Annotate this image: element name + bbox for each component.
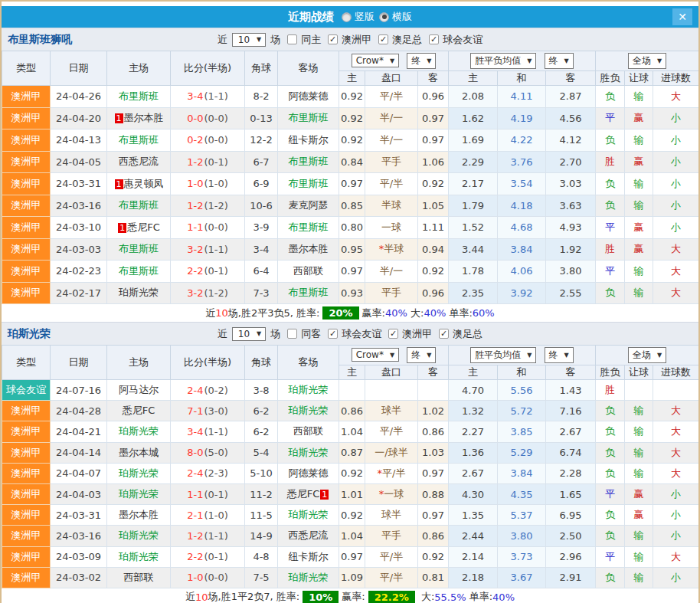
cell-handicap: 平/半 <box>365 567 418 588</box>
avg-dropdown[interactable]: 胜平负均值▼ <box>470 53 536 69</box>
halftime-score: (5-0) <box>204 447 227 458</box>
avg-group-header: 胜平负均值▼ 终▼ <box>449 346 596 365</box>
fulltime-score: 0-0 <box>187 113 203 124</box>
cell-odds-home: 0.97 <box>339 261 365 283</box>
checkbox-a-league[interactable] <box>328 34 338 44</box>
cell-handicap-result: 赢 <box>625 217 653 239</box>
cell-avg-away: 1.43 <box>546 380 596 401</box>
cell-avg-home: 2.44 <box>449 526 498 546</box>
cell-odds-home: 0.92 <box>339 129 365 152</box>
match-row: 澳洲甲24-04-13布里斯班0-2(0-0)12-2纽卡斯尔0.92半/一0.… <box>2 129 699 152</box>
cell-goals-result: 大 <box>653 463 699 483</box>
checkbox-a-league[interactable] <box>388 329 398 339</box>
avg-group-header: 胜平负均值▼ 终▼ <box>449 51 596 71</box>
odds-company-dropdown[interactable]: Crow*▼ <box>352 348 399 362</box>
checkbox-ffa-cup[interactable] <box>378 34 388 44</box>
cell-odds-away: 1.06 <box>418 151 449 173</box>
match-count-select[interactable]: 10 ▼ <box>232 327 266 341</box>
cell-home-team: 布里斯班 <box>107 261 171 283</box>
avg-dropdown[interactable]: 胜平负均值▼ <box>470 347 536 363</box>
checkbox-same-away[interactable] <box>287 329 297 339</box>
rank-badge: 1 <box>115 113 123 123</box>
cell-corners: 8-2 <box>245 86 278 108</box>
cell-odds-home: 0.92 <box>339 505 365 526</box>
summary-line-brisbane: 近10场,胜2平3负5, 胜率:20%赢率:40% 大:40% 单率:60% <box>2 304 698 322</box>
cell-result: 平 <box>596 107 625 129</box>
cell-home-team: 布里斯班 <box>107 195 171 217</box>
fulltime-score: 1-2 <box>187 200 203 211</box>
team-name: 悉尼FC <box>123 405 155 416</box>
col-header-handicap: 盘口 <box>365 71 418 86</box>
team-name: 珀斯光荣 <box>119 425 159 437</box>
close-icon[interactable]: ✕ <box>672 8 692 25</box>
cell-avg-home: 1.78 <box>449 261 498 283</box>
col-header-result: 胜负 <box>596 71 625 86</box>
odds-company-dropdown[interactable]: Crow*▼ <box>352 54 399 67</box>
cell-result: 胜 <box>596 380 625 401</box>
team-name: 珀斯光荣 <box>119 488 159 500</box>
cell-avg-draw: 3.85 <box>498 421 546 442</box>
cell-match-type: 澳洲甲 <box>2 463 51 483</box>
cell-score: 1-0(0-0) <box>171 567 245 588</box>
cell-avg-home: 1.79 <box>449 195 498 217</box>
scope-dropdown[interactable]: 全场▼ <box>628 53 666 69</box>
cell-avg-home: 1.62 <box>449 107 498 129</box>
avg-final-dropdown[interactable]: 终▼ <box>545 53 574 69</box>
avg-final-dropdown[interactable]: 终▼ <box>545 347 574 363</box>
cell-result: 负 <box>596 463 625 483</box>
summary-segment: 近 <box>185 590 195 603</box>
match-count-select[interactable]: 10 ▼ <box>232 33 266 47</box>
col-header-avg-home: 主 <box>449 365 498 380</box>
cell-corners: 6-2 <box>245 401 278 421</box>
match-row: 澳洲甲24-04-26布里斯班3-4(1-1)8-2阿德莱德0.92平/半0.9… <box>2 86 699 108</box>
summary-line-perth: 近10场,胜1平2负7, 胜率:10%赢率:22.2% 大:55.5% 单率:4… <box>2 588 698 603</box>
cell-avg-draw: 4.19 <box>498 107 546 129</box>
checkbox-friendly[interactable] <box>328 329 338 339</box>
radio-horizontal-layout[interactable]: 横版 <box>379 10 412 24</box>
cell-handicap-result: 输 <box>625 195 653 217</box>
cell-match-type: 澳洲甲 <box>2 421 51 442</box>
cell-corners: 3-8 <box>245 380 278 401</box>
handicap-text: 半/一 <box>380 112 403 123</box>
cell-home-team: 1惠灵顿凤 <box>107 173 171 195</box>
team-name: 珀斯光荣 <box>119 287 159 298</box>
cell-avg-home: 2.27 <box>449 421 498 442</box>
match-row: 澳洲甲24-02-17珀斯光荣3-2(1-2)7-3布里斯班0.93平手0.96… <box>2 282 699 304</box>
cell-result: 负 <box>596 442 625 463</box>
fulltime-score: 2-2 <box>187 551 203 562</box>
cell-avg-away: 4.56 <box>546 107 596 129</box>
radio-icon[interactable] <box>379 12 389 22</box>
cell-avg-away: 2.28 <box>546 463 596 483</box>
radio-horizontal-label: 横版 <box>392 10 412 24</box>
cell-odds-away: 1.03 <box>418 442 449 463</box>
cell-result: 平 <box>596 261 625 283</box>
odds-final-dropdown[interactable]: 终▼ <box>407 347 436 363</box>
summary-segment: 10% <box>303 591 339 603</box>
radio-vertical-layout[interactable]: 竖版 <box>342 10 375 24</box>
odds-final-dropdown[interactable]: 终▼ <box>407 53 436 69</box>
team-name: 珀斯光荣 <box>119 529 159 541</box>
cell-avg-away: 2.96 <box>546 546 596 567</box>
scope-dropdown[interactable]: 全场▼ <box>628 347 666 363</box>
checkbox-same-home[interactable] <box>287 34 297 44</box>
handicap-text: 平手 <box>381 287 401 298</box>
col-header-corner: 角球 <box>245 346 278 380</box>
cell-score: 2-1(1-0) <box>171 505 245 526</box>
checkbox-friendly[interactable] <box>429 34 439 44</box>
cell-date: 24-04-20 <box>51 107 107 129</box>
odds-group-header: Crow*▼ 终▼ <box>339 51 449 71</box>
radio-icon[interactable] <box>342 12 352 22</box>
cell-odds-away: 0.92 <box>418 261 449 283</box>
cell-date: 24-03-16 <box>51 195 107 217</box>
cell-odds-away: 0.88 <box>418 483 449 504</box>
cell-avg-home: 1.32 <box>449 401 498 421</box>
cell-handicap: *半球 <box>365 238 418 261</box>
cell-odds-home: 0.85 <box>339 195 365 217</box>
cell-odds-home: 0.86 <box>339 401 365 421</box>
cell-goals-result: 小 <box>653 129 699 152</box>
match-row: 澳洲甲24-03-02西部联1-0(0-0)7-5珀斯光荣1.09平/半0.81… <box>2 567 699 588</box>
col-header-away: 客场 <box>278 346 339 380</box>
cell-home-team: 珀斯光荣 <box>107 483 171 504</box>
checkbox-ffa-cup[interactable] <box>439 329 449 339</box>
cell-away-team: 阿德莱德 <box>278 86 339 108</box>
